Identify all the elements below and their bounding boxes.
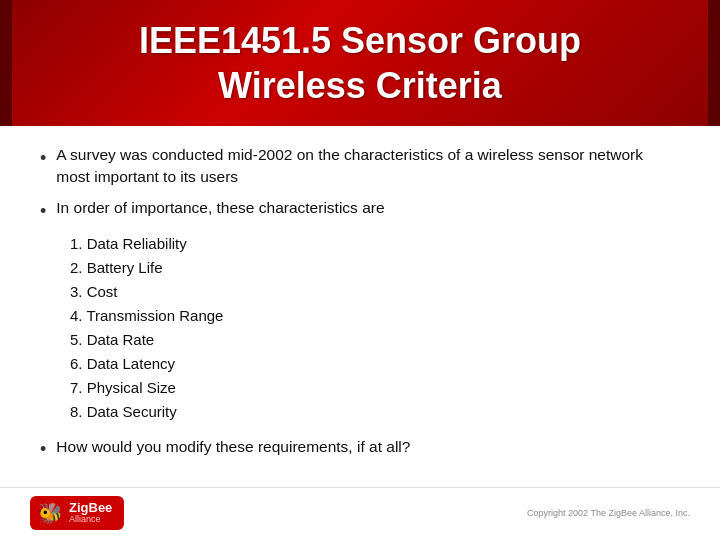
slide-content: • A survey was conducted mid-2002 on the… — [0, 126, 720, 487]
numbered-item-7: 7. Physical Size — [70, 376, 680, 400]
zigbee-sub-text: Alliance — [69, 515, 112, 525]
slide-header: IEEE1451.5 Sensor Group Wireless Criteri… — [0, 0, 720, 126]
bullet-dot-1: • — [40, 145, 46, 171]
numbered-item-4: 4. Transmission Range — [70, 304, 680, 328]
slide: IEEE1451.5 Sensor Group Wireless Criteri… — [0, 0, 720, 540]
zigbee-name: ZigBee — [69, 501, 112, 515]
slide-footer: 🐝 ZigBee Alliance Copyright 2002 The Zig… — [0, 487, 720, 540]
bullet-dot-3: • — [40, 439, 46, 460]
numbered-item-2: 2. Battery Life — [70, 256, 680, 280]
zigbee-text-main: ZigBee — [69, 500, 112, 515]
bullet-item-2: • In order of importance, these characte… — [40, 197, 680, 224]
title-line2: Wireless Criteria — [218, 65, 502, 106]
bullet-dot-2: • — [40, 198, 46, 224]
title-line1: IEEE1451.5 Sensor Group — [139, 20, 581, 61]
zigbee-bee-icon: 🐝 — [38, 501, 63, 525]
slide-title: IEEE1451.5 Sensor Group Wireless Criteri… — [139, 18, 581, 108]
numbered-item-8: 8. Data Security — [70, 400, 680, 424]
numbered-item-5: 5. Data Rate — [70, 328, 680, 352]
bullet-text-1: A survey was conducted mid-2002 on the c… — [56, 144, 680, 189]
zigbee-brand: ZigBee Alliance — [69, 501, 112, 525]
bullet-text-3: How would you modify these requirements,… — [56, 438, 680, 456]
copyright-text: Copyright 2002 The ZigBee Alliance, Inc. — [527, 508, 690, 518]
bullet-item-1: • A survey was conducted mid-2002 on the… — [40, 144, 680, 189]
bullet-item-3: • How would you modify these requirement… — [40, 438, 680, 460]
numbered-list: 1. Data Reliability2. Battery Life3. Cos… — [70, 232, 680, 424]
numbered-item-1: 1. Data Reliability — [70, 232, 680, 256]
zigbee-logo: 🐝 ZigBee Alliance — [30, 496, 124, 530]
numbered-item-6: 6. Data Latency — [70, 352, 680, 376]
numbered-item-3: 3. Cost — [70, 280, 680, 304]
bullet-text-2: In order of importance, these characteri… — [56, 197, 680, 219]
